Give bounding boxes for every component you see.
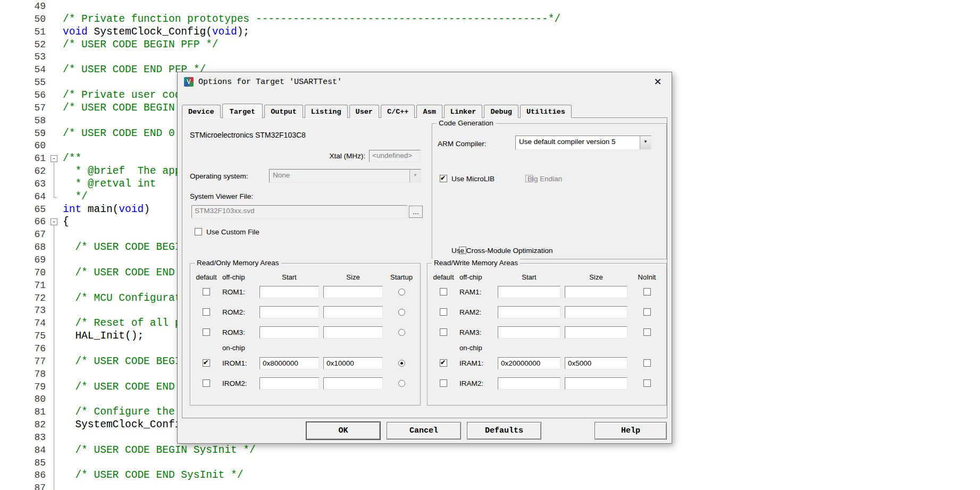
fold-guide-line xyxy=(54,163,54,197)
rom3-startup-radio[interactable] xyxy=(398,329,405,336)
chevron-down-icon: ▼ xyxy=(409,170,421,182)
ram3-noinit-checkbox[interactable] xyxy=(643,328,651,336)
ram1-noinit-checkbox[interactable] xyxy=(643,288,651,295)
options-dialog: V Options for Target 'USARTTest' ✕ Devic… xyxy=(177,72,672,444)
line-number: 78 xyxy=(0,368,46,381)
rom3-size-input[interactable] xyxy=(323,326,383,339)
line-number: 75 xyxy=(0,330,46,343)
ram3-default-checkbox[interactable] xyxy=(440,328,447,336)
fold-toggle-icon[interactable]: - xyxy=(51,155,57,162)
close-icon[interactable]: ✕ xyxy=(650,76,665,88)
ok-button[interactable]: OK xyxy=(306,422,380,440)
memory-row-iram2: IRAM2: xyxy=(428,373,666,393)
ram1-size-input[interactable] xyxy=(565,286,627,298)
ram3-start-input[interactable] xyxy=(498,326,560,339)
memory-table-header: defaultoff-chipStartSizeNoInit xyxy=(428,272,666,282)
irom2-label: IROM2: xyxy=(222,379,255,387)
ram1-start-input[interactable] xyxy=(498,286,560,298)
tab-c-c-[interactable]: C/C++ xyxy=(381,105,415,118)
cross-module-optimization-label: Use Cross-Module Optimization xyxy=(451,247,553,255)
irom1-label: IROM1: xyxy=(222,359,255,367)
code-text: /* USER CODE BEGIN SysInit */ xyxy=(63,444,256,457)
code-text: /** xyxy=(63,153,81,165)
column-header: NoInit xyxy=(638,273,656,281)
browse-button[interactable]: ... xyxy=(409,206,423,218)
fold-toggle-icon[interactable]: - xyxy=(51,218,57,225)
rom1-start-input[interactable] xyxy=(259,286,319,298)
iram1-size-input[interactable] xyxy=(565,357,627,369)
rom2-startup-radio[interactable] xyxy=(398,309,405,316)
irom2-startup-radio[interactable] xyxy=(398,380,405,387)
cancel-button[interactable]: Cancel xyxy=(387,422,461,440)
line-number: 57 xyxy=(0,102,46,115)
code-text: /* USER CODE END 0 */ xyxy=(63,128,194,140)
iram2-noinit-checkbox[interactable] xyxy=(643,379,651,387)
use-microlib-checkbox[interactable] xyxy=(440,175,447,182)
system-viewer-file-label: System Viewer File: xyxy=(190,192,253,200)
tab-device[interactable]: Device xyxy=(182,105,221,118)
iram2-size-input[interactable] xyxy=(565,377,627,390)
column-header: Start xyxy=(282,273,296,281)
column-header: default xyxy=(196,273,216,281)
irom1-start-input[interactable] xyxy=(259,357,319,369)
ram2-start-input[interactable] xyxy=(498,306,560,318)
use-custom-file-checkbox[interactable] xyxy=(195,228,202,235)
xtal-field: <undefined> xyxy=(369,150,421,162)
tab-target[interactable]: Target xyxy=(222,104,263,119)
line-number: 58 xyxy=(0,115,46,128)
line-number: 60 xyxy=(0,140,46,153)
column-header: default xyxy=(433,273,454,281)
rom1-size-input[interactable] xyxy=(323,286,383,298)
tab-debug[interactable]: Debug xyxy=(484,105,518,118)
defaults-button[interactable]: Defaults xyxy=(467,422,541,440)
code-text: /* USER CODE BEGIN PFP */ xyxy=(63,39,219,52)
iram2-default-checkbox[interactable] xyxy=(440,379,447,387)
tab-bar: DeviceTargetOutputListingUserC/C++AsmLin… xyxy=(182,102,667,118)
tab-user[interactable]: User xyxy=(349,105,379,118)
tab-utilities[interactable]: Utilities xyxy=(520,105,572,118)
iram1-start-input[interactable] xyxy=(498,357,560,369)
memory-row-rom2: ROM2: xyxy=(190,302,420,322)
memory-row-rom3: ROM3: xyxy=(190,322,420,342)
ram1-default-checkbox[interactable] xyxy=(440,288,447,295)
tab-output[interactable]: Output xyxy=(264,105,303,118)
ram2-default-checkbox[interactable] xyxy=(440,308,447,316)
tab-linker[interactable]: Linker xyxy=(444,105,483,118)
line-number: 51 xyxy=(0,26,46,39)
irom2-default-checkbox[interactable] xyxy=(203,379,210,387)
iram1-noinit-checkbox[interactable] xyxy=(643,359,651,367)
rom2-default-checkbox[interactable] xyxy=(203,308,210,316)
arm-compiler-select[interactable]: Use default compiler version 5 ▼ xyxy=(515,136,651,150)
rom3-default-checkbox[interactable] xyxy=(203,328,210,336)
iram1-default-checkbox[interactable] xyxy=(440,359,447,367)
read-only-memory-group-label: Read/Only Memory Areas xyxy=(195,259,281,267)
irom1-default-checkbox[interactable] xyxy=(203,359,210,367)
ram2-size-input[interactable] xyxy=(565,306,627,318)
irom2-size-input[interactable] xyxy=(323,377,383,390)
rom1-default-checkbox[interactable] xyxy=(203,288,210,295)
iram2-start-input[interactable] xyxy=(498,377,560,390)
line-number: 79 xyxy=(0,381,46,394)
operating-system-label: Operating system: xyxy=(190,172,248,180)
tab-listing[interactable]: Listing xyxy=(305,105,348,118)
rom2-start-input[interactable] xyxy=(259,306,319,318)
line-number: 81 xyxy=(0,406,46,419)
irom1-startup-radio[interactable] xyxy=(398,360,405,367)
rom1-startup-radio[interactable] xyxy=(398,289,405,295)
iram1-label: IRAM1: xyxy=(459,359,493,367)
tab-asm[interactable]: Asm xyxy=(416,105,442,118)
code-text: int main(void) xyxy=(63,204,150,216)
line-number: 73 xyxy=(0,305,46,317)
line-number: 55 xyxy=(0,77,46,89)
help-button[interactable]: Help xyxy=(594,422,667,440)
rom3-start-input[interactable] xyxy=(259,326,319,339)
irom2-start-input[interactable] xyxy=(259,377,319,390)
irom1-size-input[interactable] xyxy=(323,357,383,369)
ram3-size-input[interactable] xyxy=(565,326,627,339)
memory-row-ram1: RAM1: xyxy=(428,282,666,302)
rom2-size-input[interactable] xyxy=(323,306,383,318)
code-text: */ xyxy=(63,191,88,204)
line-number: 56 xyxy=(0,89,46,102)
ram2-noinit-checkbox[interactable] xyxy=(643,308,651,316)
arm-compiler-label: ARM Compiler: xyxy=(438,140,487,148)
